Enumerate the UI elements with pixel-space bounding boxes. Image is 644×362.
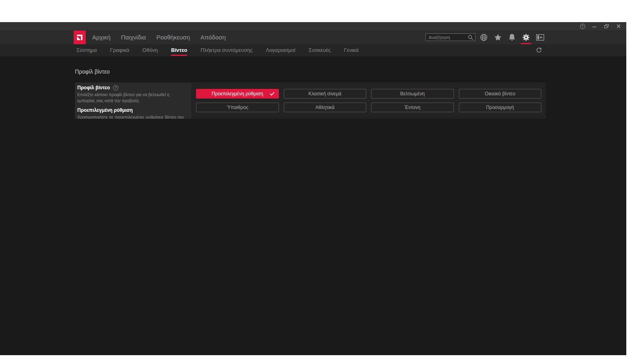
amd-logo[interactable] xyxy=(74,31,86,44)
tab-performance[interactable]: Απόδοση xyxy=(200,34,226,41)
profile-button-sports[interactable]: Αθλητικά xyxy=(284,103,367,112)
profile-button-default[interactable]: Προεπιλεγμένη ρύθμιση xyxy=(196,89,279,99)
subnav-active-indicator xyxy=(171,55,187,56)
check-icon xyxy=(270,92,275,96)
close-icon[interactable] xyxy=(613,22,625,30)
minimize-icon[interactable] xyxy=(588,22,601,30)
subnav-display[interactable]: Οθόνη xyxy=(142,44,158,56)
help-tooltip-icon[interactable]: ? xyxy=(113,85,118,90)
search-box[interactable] xyxy=(425,33,475,41)
setting-video-profile-desc: Επιλέξτε κάποιο προφίλ βίντεο για να βελ… xyxy=(77,92,186,103)
profile-button-label: Προεπιλεγμένη ρύθμιση xyxy=(212,91,263,97)
profile-button-outdoor[interactable]: Ύπαιθρος xyxy=(196,103,279,112)
main-tabs: Αρχική Παιχνίδια Ροοθήκευση Απόδοση xyxy=(92,34,226,41)
subnav-video-label: Βίντεο xyxy=(171,47,187,53)
main-navigation: Αρχική Παιχνίδια Ροοθήκευση Απόδοση xyxy=(0,30,626,44)
favorites-star-icon[interactable] xyxy=(492,30,504,44)
setting-video-profile-label: Προφίλ βίντεο xyxy=(77,85,110,90)
tab-home[interactable]: Αρχική xyxy=(92,34,111,41)
setting-default-label: Προεπιλεγμένη ρύθμιση xyxy=(77,107,186,113)
help-icon[interactable]: ? xyxy=(576,22,588,30)
profile-button-enhanced[interactable]: Βελτιωμένη xyxy=(371,89,454,99)
settings-subnav: Σύστημα Γραφικά Οθόνη Βίντεο Πλήκτρα συν… xyxy=(0,44,626,56)
subnav-video[interactable]: Βίντεο xyxy=(171,44,187,56)
panel-description-column: Προφίλ βίντεο ? Επιλέξτε κάποιο προφίλ β… xyxy=(75,82,191,119)
profile-button-custom[interactable]: Προσαρμογή xyxy=(459,103,542,112)
tab-gaming[interactable]: Παιχνίδια xyxy=(121,34,146,41)
subnav-general[interactable]: Γενικά xyxy=(344,44,358,56)
overlay-icon[interactable] xyxy=(535,30,546,44)
subnav-accounts[interactable]: Λογαριασμοί xyxy=(266,44,295,56)
titlebar: ? xyxy=(0,22,626,30)
subnav-hotkeys[interactable]: Πλήκτρα συντόμευσης xyxy=(200,44,252,56)
profile-button-vivid[interactable]: Έντονη xyxy=(371,103,454,112)
globe-icon[interactable] xyxy=(478,30,489,44)
setting-default-desc: Χρησιμοποιήστε τις προεπιλεγμένες ρυθμίσ… xyxy=(77,114,186,119)
subnav-system[interactable]: Σύστημα xyxy=(76,44,97,56)
amd-arrow-icon xyxy=(75,33,84,42)
video-profile-panel: Προφίλ βίντεο ? Επιλέξτε κάποιο προφίλ β… xyxy=(75,82,546,119)
notifications-bell-icon[interactable] xyxy=(506,30,518,44)
tab-streaming[interactable]: Ροοθήκευση xyxy=(157,34,190,41)
profile-button-home-video[interactable]: Οικιακό βίντεο xyxy=(459,89,542,99)
subnav-devices[interactable]: Συσκευές xyxy=(309,44,331,56)
content-area: Προφίλ βίντεο Προφίλ βίντεο ? Επιλέξτε κ… xyxy=(0,56,626,355)
search-input[interactable] xyxy=(429,35,468,40)
nav-right-group xyxy=(425,30,546,44)
settings-gear-icon[interactable] xyxy=(520,30,532,44)
restore-icon[interactable] xyxy=(601,22,613,30)
reset-icon[interactable] xyxy=(535,44,543,56)
app-window: ? Αρχική Παιχνίδια Ροοθήκευση Απόδοση xyxy=(0,22,626,355)
profile-button-classic-cinema[interactable]: Κλασική σινεμά xyxy=(284,89,367,99)
page-title: Προφίλ βίντεο xyxy=(75,68,110,75)
subnav-graphics[interactable]: Γραφικά xyxy=(110,44,129,56)
profile-buttons-grid: Προεπιλεγμένη ρύθμιση Κλασική σινεμά Βελ… xyxy=(191,82,546,119)
search-icon xyxy=(468,35,473,40)
